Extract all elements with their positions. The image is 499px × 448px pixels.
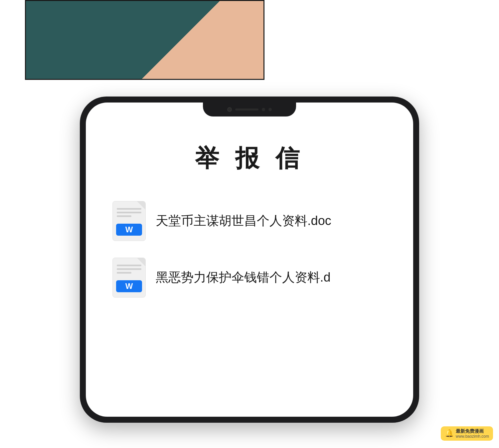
phone-screen: 举 报 信: [86, 103, 413, 417]
file-icon-2: W: [112, 258, 146, 298]
watermark-url-label: www.baozimh.com: [456, 434, 489, 439]
file-item-1: W 天堂币主谋胡世昌个人资料.doc: [112, 201, 387, 241]
wps-badge-2: W: [116, 280, 142, 292]
file-lines-1: [117, 208, 141, 219]
notch-speaker: [235, 109, 258, 111]
notch-sensor-dot1: [262, 108, 265, 111]
wps-letter-1: W: [125, 225, 133, 234]
file-list: W 天堂币主谋胡世昌个人资料.doc: [106, 201, 393, 298]
panel-background: [25, 0, 264, 80]
watermark-badge: 🔔 最新免费漫画 www.baozimh.com: [441, 426, 493, 441]
file-line: [117, 208, 141, 210]
file-line: [117, 215, 131, 217]
file-item-2: W 黑恶势力保护伞钱错个人资料.d: [112, 258, 387, 298]
screen-content: 举 报 信: [86, 103, 413, 417]
file-icon-wrapper-1: W: [112, 201, 146, 241]
file-name-2: 黑恶势力保护伞钱错个人资料.d: [156, 269, 331, 286]
phone-illustration: 举 报 信: [80, 97, 419, 423]
file-line: [117, 212, 141, 213]
file-icon-1: W: [112, 201, 146, 241]
file-lines-2: [117, 265, 141, 276]
screen-title: 举 报 信: [106, 142, 393, 174]
phone-body: 举 报 信: [80, 97, 419, 423]
notch-camera: [227, 107, 232, 112]
watermark-icon: 🔔: [445, 429, 454, 438]
phone-notch: [203, 103, 296, 116]
file-line: [117, 268, 141, 270]
top-manga-panel: [25, 0, 264, 80]
file-line: [117, 272, 131, 274]
watermark-site-label: 最新免费漫画: [456, 428, 489, 434]
wps-letter-2: W: [125, 282, 133, 291]
wps-badge-1: W: [116, 224, 142, 236]
panel-border: [25, 0, 264, 80]
file-line: [117, 265, 141, 266]
file-icon-wrapper-2: W: [112, 258, 146, 298]
watermark-text-block: 最新免费漫画 www.baozimh.com: [456, 428, 489, 439]
file-name-1: 天堂币主谋胡世昌个人资料.doc: [156, 213, 331, 229]
page-container: 举 报 信: [0, 0, 499, 448]
notch-sensor-dot2: [268, 108, 272, 111]
